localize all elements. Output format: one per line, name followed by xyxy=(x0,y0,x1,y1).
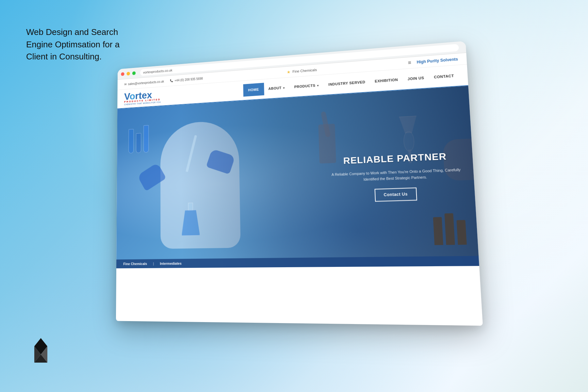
nav-home[interactable]: HOME xyxy=(243,83,264,96)
menu-icon: ≡ xyxy=(408,60,411,66)
close-dot[interactable] xyxy=(121,72,124,76)
nav-exhibition[interactable]: EXHIBITION xyxy=(370,73,403,88)
bottle-3 xyxy=(456,220,466,245)
email-icon: ✉ xyxy=(124,82,126,86)
hero-content: RELIABLE PARTNER A Reliable Company to W… xyxy=(329,151,464,203)
phone-number: +44 (0) 208 935 5698 xyxy=(174,77,203,82)
nav-about[interactable]: ABOUT ▼ xyxy=(264,81,290,95)
nav-contact[interactable]: CONTACT xyxy=(429,69,459,84)
website-content: ✉ sales@vortexproducts.co.uk 📞 +44 (0) 2… xyxy=(116,53,483,326)
email-address: sales@vortexproducts.co.uk xyxy=(128,80,164,86)
top-bar-center: ★ Fine Chemicals xyxy=(287,67,317,74)
logo-area: Vortex PRODUCTS LIMITED CHEMISTRY THAT W… xyxy=(124,87,161,108)
nav-joinus[interactable]: JOIN US xyxy=(402,71,429,86)
hero-section: RELIABLE PARTNER A Reliable Company to W… xyxy=(116,86,479,269)
tagline-text: Web Design and Search Engine Optimsation… xyxy=(26,26,120,63)
email-contact: ✉ sales@vortexproducts.co.uk xyxy=(124,80,164,86)
diamond-logo xyxy=(26,336,56,366)
minimize-dot[interactable] xyxy=(127,72,130,75)
nav-industry[interactable]: INDUSTRY SERVED xyxy=(324,75,370,91)
top-bar-right: ≡ High Purity Solvents xyxy=(408,56,458,66)
star-icon: ★ xyxy=(287,69,291,74)
bottle-1 xyxy=(433,217,443,245)
bottom-label-1: Fine Chemicals xyxy=(123,262,147,266)
hero-subtitle: A Reliable Company to Work with Then You… xyxy=(330,167,463,184)
center-label: Fine Chemicals xyxy=(292,68,317,74)
url-text: vortexproducts.co.uk xyxy=(143,68,172,74)
phone-icon: 📞 xyxy=(170,79,173,82)
browser-mockup: vortexproducts.co.uk ✉ sales@vortexprodu… xyxy=(116,41,483,326)
phone-contact: 📞 +44 (0) 208 935 5698 xyxy=(170,77,203,83)
maximize-dot[interactable] xyxy=(132,71,136,75)
tagline-content: Web Design and Search Engine Optimsation… xyxy=(26,27,120,61)
contact-us-button[interactable]: Contact Us xyxy=(374,188,417,202)
bottles-area xyxy=(433,213,467,245)
bottom-label-separator: | xyxy=(153,262,154,266)
bottle-2 xyxy=(445,213,455,245)
bottom-label-2: Intermediates xyxy=(160,261,182,265)
high-purity-solvents-label: High Purity Solvents xyxy=(416,57,458,65)
nav-products[interactable]: PRODUCTS ▼ xyxy=(289,78,324,93)
